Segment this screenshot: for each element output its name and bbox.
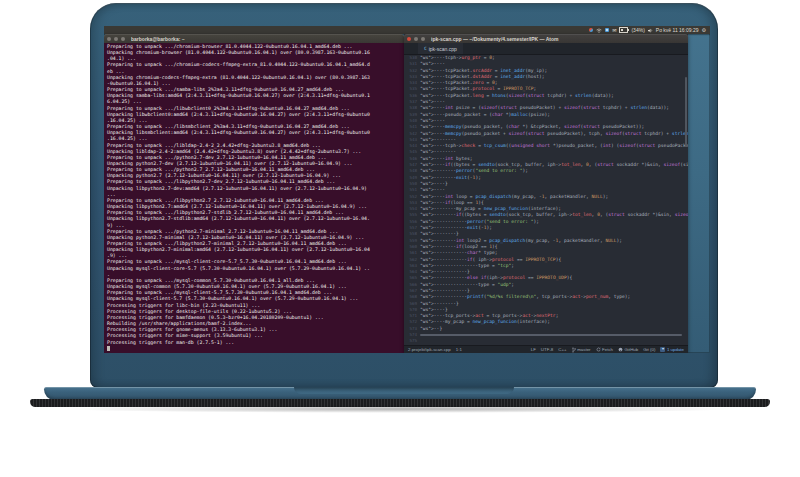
- status-file-path[interactable]: 2.projekt/ipk-scan.cpp: [408, 346, 451, 354]
- status-line-ending[interactable]: LF: [531, 346, 536, 354]
- fetch-label: Fetch: [602, 346, 613, 354]
- status-encoding[interactable]: UTF-8: [541, 346, 553, 354]
- terminal-titlebar[interactable]: barborka@barborka: ~: [104, 34, 404, 43]
- terminal-output-line: Unpacking samba-libs:amd64 (2:4.3.11+dfs…: [107, 93, 401, 99]
- laptop-base-notch: [294, 387, 514, 394]
- system-tray: ✉ (34%) Po kvě 11 16:09:29 ⚙: [589, 26, 706, 34]
- keyboard-indicator-icon[interactable]: [605, 28, 609, 32]
- editor-titlebar[interactable]: ipk-scan.cpp — ~/Dokumenty/4.semester/IP…: [404, 34, 688, 43]
- terminal-output-line: Unpacking libpython2.7-minimal:amd64 (2.…: [107, 247, 401, 253]
- editor-window: ipk-scan.cpp — ~/Dokumenty/4.semester/IP…: [404, 34, 688, 353]
- terminal-output[interactable]: Preparing to unpack .../chromium-browser…: [104, 43, 404, 353]
- horizontal-scrollbar[interactable]: [420, 334, 682, 336]
- status-git-changes[interactable]: Git (0): [643, 346, 655, 354]
- session-gear-icon[interactable]: ⚙: [702, 26, 706, 34]
- system-top-bar: ✉ (34%) Po kvě 11 16:09:29 ⚙: [104, 26, 710, 34]
- terminal-output-line: Preparing to unpack .../chromium-codecs-…: [107, 62, 401, 68]
- wifi-icon[interactable]: [596, 28, 602, 33]
- mail-icon[interactable]: ✉: [612, 26, 616, 34]
- tab-ipk-scan[interactable]: C ipk-scan.cpp: [418, 43, 463, 54]
- terminal-output-line: Unpacking libldap-2.4-2:amd64 (2.4.42+df…: [107, 149, 401, 155]
- minimize-icon[interactable]: [114, 37, 118, 41]
- code-line[interactable]: "ws">··}: [420, 326, 442, 332]
- code-line[interactable]: "ws">····memcpy(pseudo_packet + sizeof(s…: [420, 131, 688, 137]
- sync-icon: [596, 347, 601, 352]
- close-icon[interactable]: [107, 37, 111, 41]
- terminal-output-line: Unpacking libpython2.7-dev:amd64 (2.7.12…: [107, 186, 401, 192]
- cpp-file-icon: C: [424, 46, 427, 51]
- update-label: 1 update: [667, 346, 684, 354]
- branch-name: master: [577, 346, 590, 354]
- terminal-cursor-line: [107, 346, 401, 352]
- laptop-shadow: [58, 405, 742, 413]
- terminal-output-line: Unpacking chromium-browser (81.0.4044.12…: [107, 50, 401, 56]
- clock[interactable]: Po kvě 11 16:09:29: [656, 26, 699, 34]
- app-indicator-icon[interactable]: [589, 28, 593, 32]
- update-icon: ▾: [660, 347, 665, 352]
- line-number: 575: [404, 338, 420, 344]
- status-git-branch[interactable]: master: [572, 346, 591, 354]
- terminal-output-line: Unpacking libsmbclient:amd64 (2:4.3.11+d…: [107, 130, 401, 136]
- terminal-window: barborka@barborka: ~ Preparing to unpack…: [104, 34, 404, 353]
- github-icon: [618, 347, 623, 352]
- code-line[interactable]: "ws">····tcpPacket.leng = htons(sizeof(s…: [420, 93, 614, 99]
- minimize-icon[interactable]: [414, 37, 418, 41]
- editor-status-bar: 2.projekt/ipk-scan.cpp 1:1 LF UTF-8 C++ …: [404, 345, 688, 353]
- volume-icon[interactable]: [648, 28, 653, 33]
- maximize-icon[interactable]: [421, 37, 425, 41]
- status-fetch[interactable]: Fetch: [596, 346, 613, 354]
- github-label: GitHub: [625, 346, 639, 354]
- terminal-output-line: Unpacking mysql-client-5.7 (5.7.30-0ubun…: [107, 296, 401, 302]
- laptop-screen: ✉ (34%) Po kvě 11 16:09:29 ⚙ barborka@ba…: [104, 26, 710, 353]
- battery-icon[interactable]: [619, 27, 628, 33]
- maximize-icon[interactable]: [121, 37, 125, 41]
- terminal-output-line: Unpacking mysql-client-core-5.7 (5.7.30-…: [107, 266, 401, 272]
- status-update[interactable]: ▾ 1 update: [660, 346, 684, 354]
- editor-tab-bar: C ipk-scan.cpp: [404, 43, 688, 55]
- battery-percent: (34%): [631, 26, 644, 34]
- editor-title: ipk-scan.cpp — ~/Dokumenty/4.semester/IP…: [431, 36, 559, 42]
- status-grammar[interactable]: C++: [558, 346, 566, 354]
- terminal-output-line: Unpacking libwbclient0:amd64 (2:4.3.11+d…: [107, 112, 401, 118]
- terminal-cursor: [107, 346, 110, 351]
- tab-label: ipk-scan.cpp: [429, 46, 457, 52]
- code-row: 575: [404, 338, 688, 344]
- status-github[interactable]: GitHub: [618, 346, 638, 354]
- code-editor[interactable]: 530"ws">····tcph->urg_ptr = 0;531"ws">··…: [404, 55, 688, 345]
- code-line[interactable]: "ws">····tcph->check = tcp_csum((unsigne…: [420, 143, 688, 149]
- status-cursor-position[interactable]: 1:1: [456, 346, 462, 354]
- terminal-output-line: Unpacking libpython2.7-stdlib:amd64 (2.7…: [107, 216, 401, 222]
- terminal-title: barborka@barborka: ~: [131, 36, 185, 42]
- branch-icon: [572, 347, 576, 353]
- close-icon[interactable]: [407, 37, 411, 41]
- code-lines: 530"ws">····tcph->urg_ptr = 0;531"ws">··…: [404, 55, 688, 345]
- vertical-scrollbar[interactable]: [685, 77, 687, 147]
